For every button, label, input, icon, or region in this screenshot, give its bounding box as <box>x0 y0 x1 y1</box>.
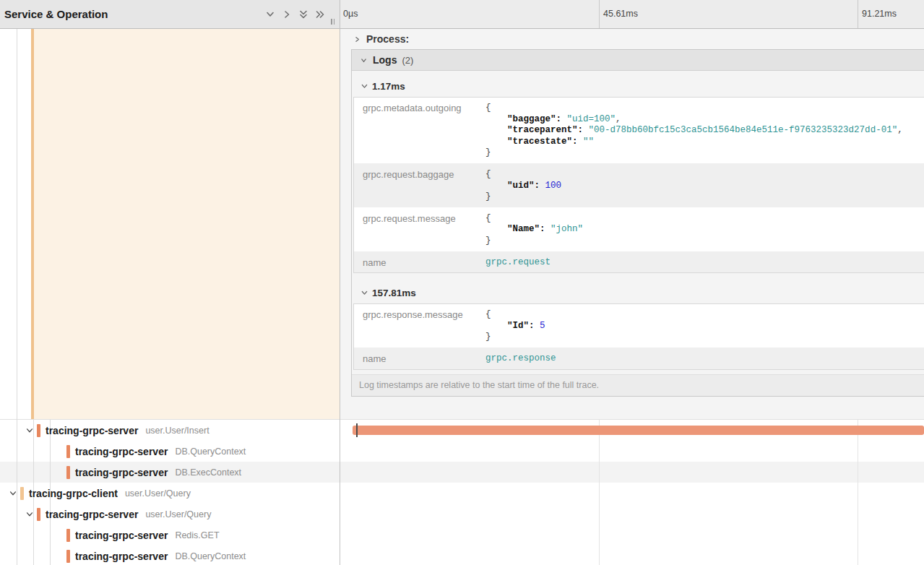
span-row-name-column: tracing-grpc-serverDB.ExecContext <box>0 462 340 483</box>
logs-accordion-header[interactable]: Logs (2) <box>352 50 924 71</box>
key-value-row: grpc.request.message{ "Name": "john" } <box>354 208 924 252</box>
field-value: { "baggage": "uid=100", "traceparent": "… <box>485 98 924 163</box>
key-value-row: grpc.request.baggage{ "uid": 100 } <box>354 164 924 208</box>
field-value: { "Name": "john" } <box>485 208 924 251</box>
span-row[interactable]: tracing-grpc-clientuser.User/Query <box>0 483 924 504</box>
selected-span-highlight <box>31 29 340 419</box>
span-row-name-column: tracing-grpc-serverRedis.GET <box>0 525 340 545</box>
span-color-bar <box>37 508 40 521</box>
span-color-bar <box>66 529 70 542</box>
logs-footer-note: Log timestamps are relative to the start… <box>352 374 924 396</box>
ruler-tick-label: 0µs <box>340 0 599 28</box>
span-service-name: tracing-grpc-server <box>75 467 168 478</box>
field-value: { "uid": 100 } <box>485 164 924 207</box>
log-timestamp: 1.17ms <box>372 81 405 92</box>
span-row-timeline[interactable] <box>340 483 924 504</box>
span-color-bar <box>20 487 24 500</box>
span-row-name-column: tracing-grpc-serveruser.User/Insert <box>0 420 340 441</box>
field-key: name <box>354 348 485 369</box>
span-service-name: tracing-grpc-client <box>29 488 118 499</box>
span-row-timeline[interactable] <box>340 504 924 525</box>
span-duration-bar[interactable] <box>353 426 924 435</box>
span-row-timeline[interactable] <box>340 462 924 483</box>
span-row-timeline[interactable] <box>340 545 924 565</box>
span-service-name: tracing-grpc-server <box>46 509 138 520</box>
span-color-bar <box>66 445 70 458</box>
expand-one-icon[interactable] <box>282 9 292 20</box>
field-key: grpc.request.baggage <box>354 164 485 207</box>
logs-count: (2) <box>402 55 413 66</box>
ruler-tick-label: 91.21ms <box>858 0 924 28</box>
expand-all-icon[interactable] <box>315 9 325 20</box>
expand-chevron-icon[interactable] <box>25 510 34 519</box>
span-row-timeline[interactable] <box>340 525 924 545</box>
expand-chevron-icon[interactable] <box>25 426 34 435</box>
log-entry-header[interactable]: 157.81ms <box>352 277 924 303</box>
span-operation-name: user.User/Query <box>145 509 211 519</box>
field-key: grpc.response.message <box>354 304 485 348</box>
logs-label: Logs <box>373 54 397 66</box>
expand-chevron-icon[interactable] <box>9 489 17 498</box>
timeline-ruler: 0µs45.61ms91.21ms <box>340 0 924 29</box>
key-value-row: grpc.metadata.outgoing{ "baggage": "uid=… <box>354 98 924 164</box>
key-value-row: namegrpc.request <box>354 252 924 273</box>
span-row[interactable]: tracing-grpc-serveruser.User/Insert <box>0 420 924 441</box>
span-service-name: tracing-grpc-server <box>75 530 168 541</box>
chevron-down-icon <box>360 56 368 64</box>
span-row-timeline[interactable] <box>340 441 924 462</box>
span-service-name: tracing-grpc-server <box>75 551 168 562</box>
span-color-bar <box>37 424 40 437</box>
span-operation-name: DB.ExecContext <box>175 467 241 478</box>
column-resizer-grip[interactable] <box>331 19 334 25</box>
field-value: { "Id": 5 } <box>485 304 924 348</box>
log-timestamp: 157.81ms <box>372 288 416 298</box>
span-color-bar <box>66 466 70 479</box>
span-row[interactable]: tracing-grpc-serverDB.QueryContext <box>0 545 924 565</box>
span-row-name-column: tracing-grpc-serverDB.QueryContext <box>0 545 340 565</box>
span-operation-name: DB.QueryContext <box>175 447 246 457</box>
process-label: Process: <box>366 33 409 45</box>
span-row-name-column: tracing-grpc-serveruser.User/Query <box>0 504 340 525</box>
chevron-down-icon <box>360 289 368 297</box>
key-values-table: grpc.response.message{ "Id": 5 }namegrpc… <box>353 303 924 369</box>
span-operation-name: user.User/Query <box>125 488 191 499</box>
field-key: grpc.metadata.outgoing <box>354 98 485 163</box>
key-value-row: namegrpc.response <box>354 348 924 369</box>
expand-collapse-controls <box>265 0 325 28</box>
span-service-name: tracing-grpc-server <box>46 425 138 436</box>
field-value: grpc.response <box>485 348 924 369</box>
logs-content: 1.17msgrpc.metadata.outgoing{ "baggage":… <box>352 71 924 370</box>
service-operation-title: Service & Operation <box>0 8 108 20</box>
span-rows: tracing-grpc-serveruser.User/Inserttraci… <box>0 420 924 565</box>
span-row[interactable]: tracing-grpc-serverDB.QueryContext <box>0 441 924 462</box>
field-key: grpc.request.message <box>354 208 485 251</box>
span-row-timeline[interactable] <box>340 420 924 441</box>
span-service-name: tracing-grpc-server <box>75 446 168 457</box>
log-marker-tick <box>356 423 358 437</box>
field-key: name <box>354 252 485 273</box>
ruler-tick-label: 45.61ms <box>599 0 858 28</box>
span-row[interactable]: tracing-grpc-serverDB.ExecContext <box>0 462 924 483</box>
key-value-row: grpc.response.message{ "Id": 5 } <box>354 304 924 348</box>
chevron-down-icon <box>360 82 368 90</box>
log-entry-header[interactable]: 1.17ms <box>352 71 924 97</box>
key-values-table: grpc.metadata.outgoing{ "baggage": "uid=… <box>353 97 924 273</box>
span-detail-left-gutter <box>0 29 340 419</box>
panel-divider[interactable] <box>340 0 340 565</box>
span-operation-name: user.User/Insert <box>145 426 209 436</box>
collapse-one-icon[interactable] <box>265 9 275 20</box>
process-accordion-header[interactable]: Process: <box>340 29 924 49</box>
span-detail-row: Process: Logs (2) 1.17msgrpc.metadata.ou… <box>0 29 924 420</box>
span-row-name-column: tracing-grpc-serverDB.QueryContext <box>0 441 340 462</box>
field-value: grpc.request <box>485 252 924 273</box>
span-row[interactable]: tracing-grpc-serveruser.User/Query <box>0 504 924 525</box>
span-color-bar <box>66 550 70 563</box>
span-detail-panel: Process: Logs (2) 1.17msgrpc.metadata.ou… <box>340 29 924 419</box>
timeline-header-left: Service & Operation <box>0 0 340 29</box>
span-operation-name: Redis.GET <box>175 530 219 540</box>
span-row[interactable]: tracing-grpc-serverRedis.GET <box>0 525 924 545</box>
collapse-all-icon[interactable] <box>298 9 308 20</box>
jaeger-trace-timeline-view: Service & Operation 0µs45.61ms91.21ms Pr… <box>0 0 924 565</box>
logs-accordion: Logs (2) 1.17msgrpc.metadata.outgoing{ "… <box>351 49 924 397</box>
chevron-right-icon <box>353 35 361 43</box>
